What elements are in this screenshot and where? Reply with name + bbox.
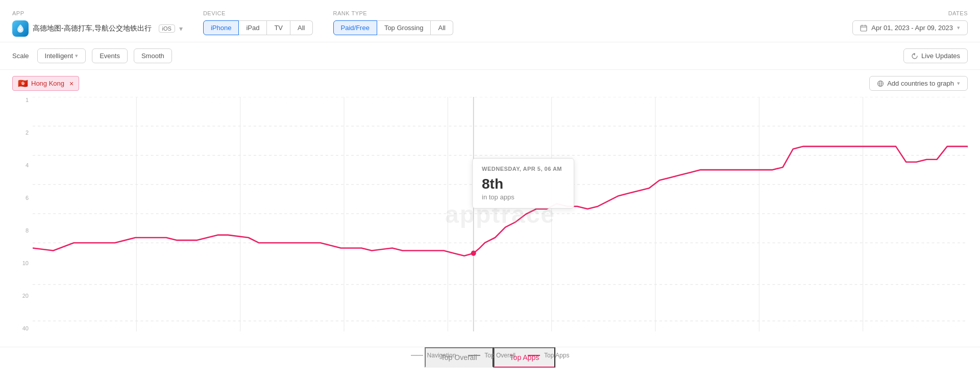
refresh-icon bbox=[911, 53, 918, 60]
legend-nav-line bbox=[411, 355, 423, 356]
app-name: 高德地图-高德打车,导航公交地铁出行 bbox=[33, 24, 152, 33]
dates-label: Dates bbox=[948, 10, 968, 16]
page-header: App 高德地图-高德打车,导航公交地铁出行 iOS ▾ Device iPho… bbox=[0, 0, 980, 42]
tooltip-rank: 8th bbox=[482, 177, 565, 191]
rank-button-group: Paid/Free Top Grossing All bbox=[333, 20, 453, 35]
tooltip-date: WEDNESDAY, APR 5, 06 AM bbox=[482, 166, 565, 172]
events-button[interactable]: Events bbox=[92, 48, 128, 63]
country-tag: 🇭🇰 Hong Kong × bbox=[12, 76, 79, 91]
y-label-40: 40 bbox=[12, 325, 33, 331]
dates-section: Dates Apr 01, 2023 - Apr 09, 2023 ▾ bbox=[852, 10, 968, 35]
chart-legend: Navigation Top Overall Top Apps bbox=[12, 347, 968, 367]
legend-apps-label: Top Apps bbox=[544, 352, 569, 359]
app-info: 高德地图-高德打车,导航公交地铁出行 iOS ▾ bbox=[12, 20, 183, 37]
rank-section: Rank Type Paid/Free Top Grossing All bbox=[333, 10, 453, 35]
device-ipad-button[interactable]: iPad bbox=[239, 20, 267, 35]
rank-paidfree-button[interactable]: Paid/Free bbox=[333, 20, 377, 35]
y-axis: 1 2 4 6 8 10 20 40 bbox=[12, 97, 33, 331]
dates-value: Apr 01, 2023 - Apr 09, 2023 bbox=[871, 24, 953, 32]
scale-label: Scale bbox=[12, 52, 29, 60]
smooth-button[interactable]: Smooth bbox=[134, 48, 172, 63]
dates-button[interactable]: Apr 01, 2023 - Apr 09, 2023 ▾ bbox=[852, 20, 968, 35]
legend-navigation-label: Navigation bbox=[427, 352, 456, 359]
device-all-button[interactable]: All bbox=[290, 20, 312, 35]
legend-navigation: Navigation bbox=[411, 352, 456, 359]
country-close-button[interactable]: × bbox=[69, 80, 74, 88]
chart-container: 1 2 4 6 8 10 20 40 apptrace bbox=[0, 97, 980, 347]
calendar-icon bbox=[860, 24, 867, 32]
tooltip-category: in top apps bbox=[482, 193, 565, 201]
rank-label: Rank Type bbox=[333, 10, 453, 16]
legend-overall-line bbox=[468, 355, 480, 356]
app-section: App 高德地图-高德打车,导航公交地铁出行 iOS ▾ bbox=[12, 10, 183, 37]
device-iphone-button[interactable]: iPhone bbox=[203, 20, 239, 35]
toolbar: Scale Intelligent ▾ Events Smooth Live U… bbox=[0, 42, 980, 70]
device-section: Device iPhone iPad TV All bbox=[203, 10, 313, 35]
chart-header: 🇭🇰 Hong Kong × Add countries to graph ▾ bbox=[0, 70, 980, 97]
app-icon bbox=[12, 20, 29, 37]
legend-apps-line bbox=[528, 355, 540, 356]
y-label-20: 20 bbox=[12, 293, 33, 299]
y-label-1: 1 bbox=[12, 97, 33, 103]
add-countries-button[interactable]: Add countries to graph ▾ bbox=[869, 76, 968, 91]
device-label: Device bbox=[203, 10, 313, 16]
chart-tooltip: WEDNESDAY, APR 5, 06 AM 8th in top apps bbox=[472, 158, 574, 209]
rank-grossing-button[interactable]: Top Grossing bbox=[377, 20, 431, 35]
y-label-8: 8 bbox=[12, 227, 33, 234]
country-name: Hong Kong bbox=[31, 80, 64, 87]
ios-badge[interactable]: iOS bbox=[159, 24, 175, 33]
chart-svg bbox=[33, 97, 968, 331]
scale-intelligent-button[interactable]: Intelligent ▾ bbox=[37, 48, 86, 63]
svg-point-0 bbox=[20, 27, 21, 29]
add-countries-label: Add countries to graph bbox=[887, 80, 954, 87]
legend-top-apps: Top Apps bbox=[528, 352, 569, 359]
y-label-6: 6 bbox=[12, 195, 33, 201]
svg-rect-1 bbox=[861, 25, 867, 31]
country-flag: 🇭🇰 bbox=[18, 79, 28, 88]
live-updates-button[interactable]: Live Updates bbox=[903, 48, 968, 63]
legend-top-overall: Top Overall bbox=[468, 352, 516, 359]
rank-all-button[interactable]: All bbox=[431, 20, 453, 35]
y-label-10: 10 bbox=[12, 260, 33, 266]
app-label: App bbox=[12, 10, 183, 16]
chart-plot: apptrace bbox=[33, 97, 968, 331]
live-updates-label: Live Updates bbox=[921, 52, 960, 60]
y-label-2: 2 bbox=[12, 130, 33, 136]
svg-point-21 bbox=[471, 251, 476, 256]
legend-overall-label: Top Overall bbox=[484, 352, 516, 359]
chart-area: 1 2 4 6 8 10 20 40 apptrace bbox=[12, 97, 968, 347]
y-label-4: 4 bbox=[12, 162, 33, 168]
device-button-group: iPhone iPad TV All bbox=[203, 20, 313, 35]
globe-icon bbox=[877, 80, 884, 87]
device-tv-button[interactable]: TV bbox=[267, 20, 290, 35]
